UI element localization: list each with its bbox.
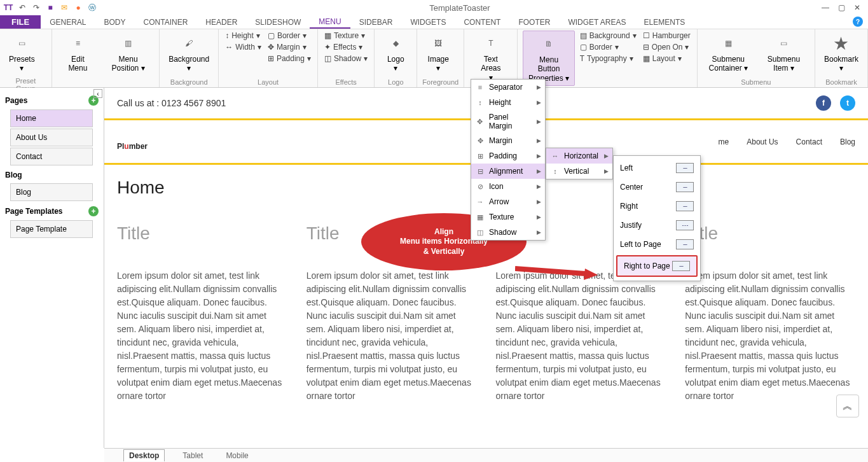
bookmark-button[interactable]: ★Bookmark▾	[820, 31, 862, 76]
scroll-top-button[interactable]: ︽	[836, 395, 859, 417]
firefox-icon[interactable]: ●	[72, 2, 84, 13]
pm-alignment[interactable]: ⊟Alignment▶	[471, 164, 545, 179]
page-templates-header: Page Templates+	[4, 202, 100, 219]
tab-header[interactable]: HEADER	[196, 15, 246, 29]
nav-home[interactable]: me	[719, 137, 729, 146]
image-button[interactable]: 🖼Image▾	[422, 31, 454, 76]
menu-position-button[interactable]: ▥Menu Position ▾	[102, 31, 154, 76]
background-button[interactable]: 🖌Background▾	[165, 31, 213, 76]
bg-dropdown[interactable]: ▤Background ▾	[579, 31, 638, 41]
page-home[interactable]: Home	[10, 109, 93, 127]
al-left-to-page[interactable]: Left to Page---	[614, 235, 700, 254]
window-title: TemplateToaster	[98, 3, 822, 13]
layout-dropdown[interactable]: ▦Layout ▾	[642, 53, 692, 64]
collapse-sidebar-icon[interactable]: ‹	[93, 89, 102, 98]
maximize-icon[interactable]: ▢	[838, 3, 845, 12]
al-right[interactable]: Right---	[614, 197, 700, 216]
menu-button-properties[interactable]: 🗎Menu Button Properties ▾	[523, 31, 574, 86]
add-template-button[interactable]: +	[88, 206, 99, 216]
swatch-left: ---	[676, 163, 694, 173]
view-mobile[interactable]: Mobile	[221, 450, 253, 461]
mail-icon[interactable]: ✉	[59, 2, 70, 13]
nav-blog[interactable]: Blog	[840, 137, 855, 146]
open-on-dropdown[interactable]: ⊟Open On ▾	[642, 42, 692, 52]
border-dropdown[interactable]: ▢Border ▾	[579, 42, 638, 52]
edit-menu-button[interactable]: ≡Edit Menu	[57, 31, 99, 76]
page-template[interactable]: Page Template	[10, 220, 93, 238]
sm-horizontal[interactable]: ↔Horizontal▶	[546, 148, 612, 164]
shadow-button[interactable]: ◫Shadow ▾	[323, 53, 369, 64]
tab-container[interactable]: CONTAINER	[135, 15, 197, 29]
shadow2-icon: ◫	[475, 227, 485, 237]
redo-icon[interactable]: ↷	[31, 2, 42, 13]
tab-body[interactable]: BODY	[95, 15, 135, 29]
status-bar: Desktop Tablet Mobile	[104, 448, 868, 462]
height-button[interactable]: ↕Height ▾	[224, 31, 263, 41]
site-logo: Plumber	[117, 129, 148, 154]
pm-icon[interactable]: ⊘Icon▶	[471, 179, 545, 194]
tab-menu[interactable]: MENU	[310, 15, 350, 29]
al-center[interactable]: Center---	[614, 178, 700, 197]
presets-button[interactable]: ▭Presets▾	[5, 31, 39, 76]
al-left[interactable]: Left---	[614, 158, 700, 178]
tab-slideshow[interactable]: SLIDESHOW	[246, 15, 310, 29]
tab-general[interactable]: GENERAL	[41, 15, 95, 29]
blog-header: Blog	[4, 167, 100, 182]
submenu-container-button[interactable]: ▦Submenu Container ▾	[703, 31, 754, 76]
al-right-to-page[interactable]: Right to Page---	[616, 255, 698, 277]
tab-widget-areas[interactable]: WIDGET AREAS	[559, 15, 635, 29]
hamburger-checkbox[interactable]: ☐Hamburger	[642, 31, 692, 41]
view-tablet[interactable]: Tablet	[177, 450, 208, 461]
tab-widgets[interactable]: WIDGETS	[401, 15, 455, 29]
tab-content[interactable]: CONTENT	[455, 15, 509, 29]
tab-elements[interactable]: ELEMENTS	[635, 15, 694, 29]
tab-sidebar[interactable]: SIDEBAR	[350, 15, 402, 29]
wordpress-icon[interactable]: ⓦ	[86, 2, 98, 13]
pm-shadow[interactable]: ◫Shadow▶	[471, 225, 545, 240]
page-about[interactable]: About Us	[10, 129, 93, 146]
pm-texture[interactable]: ▦Texture▶	[471, 209, 545, 225]
padding-button[interactable]: ⊞Padding ▾	[266, 53, 312, 64]
width-button[interactable]: ↔Width ▾	[224, 42, 263, 52]
file-tab[interactable]: FILE	[0, 15, 41, 29]
alignment-submenu: ↔Horizontal▶ ↕Vertical▶	[546, 148, 613, 179]
callus-text: Call us at : 0123 4567 8901	[117, 98, 226, 108]
title-bar: TT ↶ ↷ ■ ✉ ● ⓦ TemplateToaster — ▢ ✕	[0, 0, 868, 15]
al-justify[interactable]: Justify- - -	[614, 216, 700, 235]
twitter-icon[interactable]: t	[840, 95, 855, 111]
logo-button[interactable]: ◆Logo▾	[380, 31, 411, 76]
border-button[interactable]: ▢Border ▾	[266, 31, 312, 41]
save-icon[interactable]: ■	[45, 2, 56, 13]
texture-button[interactable]: ▦Texture ▾	[323, 31, 369, 41]
minimize-icon[interactable]: —	[822, 3, 829, 12]
nav-contact[interactable]: Contact	[796, 137, 822, 146]
tab-footer[interactable]: FOOTER	[509, 15, 559, 29]
undo-icon[interactable]: ↶	[17, 2, 28, 13]
horizontal-align-menu: Left--- Center--- Right--- Justify- - - …	[613, 155, 701, 281]
group-effects: Effects	[323, 77, 369, 87]
view-desktop[interactable]: Desktop	[123, 449, 165, 461]
nav-about[interactable]: About Us	[747, 137, 778, 146]
pm-padding[interactable]: ⊞Padding▶	[471, 148, 545, 164]
image-icon: 🖼	[428, 33, 448, 53]
logo-icon: ◆	[385, 33, 406, 53]
typography-dropdown[interactable]: TTypography ▾	[579, 53, 638, 64]
pm-panel-margin[interactable]: ✥Panel Margin▶	[471, 110, 545, 133]
margin-button[interactable]: ✥Margin ▾	[266, 42, 312, 52]
text-areas-button[interactable]: TText Areas▾	[469, 31, 512, 85]
pm-separator[interactable]: ≡Separator▶	[471, 80, 545, 95]
page-contact[interactable]: Contact	[10, 148, 93, 165]
effects-button[interactable]: ✦Effects ▾	[323, 42, 369, 52]
submenu-item-button[interactable]: ▭Submenu Item ▾	[758, 31, 809, 76]
help-icon[interactable]: ?	[853, 17, 863, 27]
panel-margin-icon: ✥	[475, 116, 485, 127]
pm-height[interactable]: ↕Height▶	[471, 95, 545, 110]
shadow-icon: ◫	[324, 54, 331, 63]
col1-title: Title	[117, 223, 287, 244]
sm-vertical[interactable]: ↕Vertical▶	[546, 164, 612, 179]
pm-margin[interactable]: ✥Margin▶	[471, 133, 545, 148]
close-icon[interactable]: ✕	[854, 3, 860, 12]
page-blog[interactable]: Blog	[10, 183, 93, 201]
facebook-icon[interactable]: f	[816, 95, 831, 111]
pm-arrow[interactable]: →Arrow▶	[471, 194, 545, 209]
